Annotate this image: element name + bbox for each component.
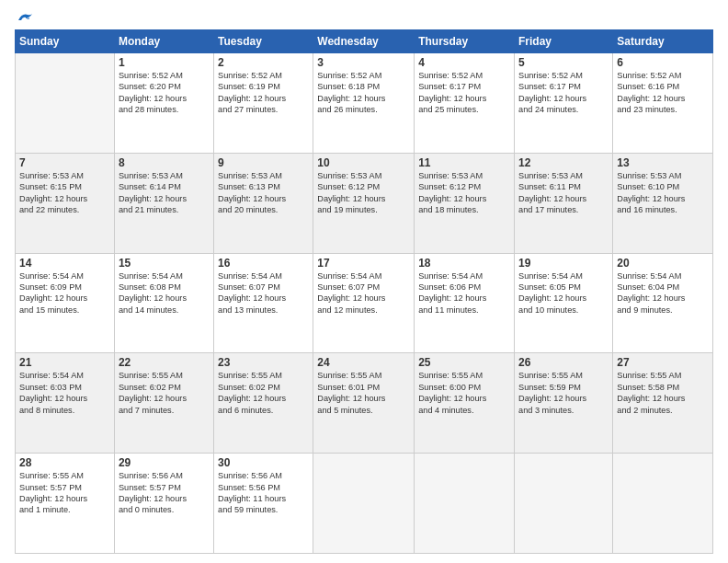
- day-info: Sunrise: 5:53 AMSunset: 6:11 PMDaylight:…: [518, 170, 609, 216]
- day-number: 5: [518, 56, 609, 69]
- calendar-cell: 8Sunrise: 5:53 AMSunset: 6:14 PMDaylight…: [114, 153, 213, 253]
- day-number: 11: [418, 156, 510, 169]
- day-info: Sunrise: 5:53 AMSunset: 6:15 PMDaylight:…: [19, 170, 110, 216]
- day-info: Sunrise: 5:52 AMSunset: 6:18 PMDaylight:…: [317, 70, 410, 116]
- day-number: 9: [218, 156, 309, 169]
- calendar-cell: 17Sunrise: 5:54 AMSunset: 6:07 PMDayligh…: [313, 253, 415, 353]
- calendar-cell: 27Sunrise: 5:55 AMSunset: 5:58 PMDayligh…: [613, 353, 713, 454]
- day-info: Sunrise: 5:52 AMSunset: 6:19 PMDaylight:…: [218, 70, 309, 116]
- calendar-cell: 21Sunrise: 5:54 AMSunset: 6:03 PMDayligh…: [16, 353, 115, 454]
- day-number: 12: [518, 156, 609, 169]
- calendar-cell: 7Sunrise: 5:53 AMSunset: 6:15 PMDaylight…: [16, 153, 115, 253]
- day-number: 25: [418, 356, 510, 369]
- day-info: Sunrise: 5:55 AMSunset: 5:57 PMDaylight:…: [19, 470, 110, 516]
- day-info: Sunrise: 5:54 AMSunset: 6:03 PMDaylight:…: [19, 370, 110, 416]
- calendar-cell: 1Sunrise: 5:52 AMSunset: 6:20 PMDaylight…: [114, 53, 213, 154]
- weekday-header-friday: Friday: [515, 30, 613, 53]
- weekday-header-tuesday: Tuesday: [214, 30, 313, 53]
- calendar-cell: 13Sunrise: 5:53 AMSunset: 6:10 PMDayligh…: [613, 153, 713, 253]
- day-info: Sunrise: 5:55 AMSunset: 6:02 PMDaylight:…: [218, 370, 309, 416]
- day-info: Sunrise: 5:52 AMSunset: 6:20 PMDaylight:…: [119, 70, 210, 116]
- day-number: 29: [119, 456, 210, 469]
- calendar-cell: 26Sunrise: 5:55 AMSunset: 5:59 PMDayligh…: [515, 353, 613, 454]
- calendar-cell: 28Sunrise: 5:55 AMSunset: 5:57 PMDayligh…: [16, 454, 115, 554]
- day-number: 8: [119, 156, 210, 169]
- day-info: Sunrise: 5:54 AMSunset: 6:09 PMDaylight:…: [19, 270, 110, 316]
- day-info: Sunrise: 5:53 AMSunset: 6:14 PMDaylight:…: [119, 170, 210, 216]
- weekday-header-sunday: Sunday: [16, 30, 115, 53]
- day-info: Sunrise: 5:54 AMSunset: 6:05 PMDaylight:…: [518, 270, 609, 316]
- page: SundayMondayTuesdayWednesdayThursdayFrid…: [0, 0, 728, 563]
- day-info: Sunrise: 5:53 AMSunset: 6:10 PMDaylight:…: [617, 170, 709, 216]
- calendar-cell: 12Sunrise: 5:53 AMSunset: 6:11 PMDayligh…: [515, 153, 613, 253]
- day-number: 27: [617, 356, 709, 369]
- day-info: Sunrise: 5:55 AMSunset: 6:02 PMDaylight:…: [119, 370, 210, 416]
- logo-text: [15, 11, 33, 24]
- calendar-cell: 11Sunrise: 5:53 AMSunset: 6:12 PMDayligh…: [415, 153, 515, 253]
- day-info: Sunrise: 5:54 AMSunset: 6:07 PMDaylight:…: [317, 270, 410, 316]
- day-info: Sunrise: 5:52 AMSunset: 6:17 PMDaylight:…: [518, 70, 609, 116]
- calendar-cell: 30Sunrise: 5:56 AMSunset: 5:56 PMDayligh…: [214, 454, 313, 554]
- day-number: 4: [418, 56, 510, 69]
- day-number: 17: [317, 257, 410, 270]
- day-number: 6: [617, 56, 709, 69]
- day-number: 24: [317, 356, 410, 369]
- calendar-table: SundayMondayTuesdayWednesdayThursdayFrid…: [15, 29, 713, 554]
- calendar-cell: [415, 454, 515, 554]
- day-info: Sunrise: 5:52 AMSunset: 6:17 PMDaylight:…: [418, 70, 510, 116]
- calendar-cell: 15Sunrise: 5:54 AMSunset: 6:08 PMDayligh…: [114, 253, 213, 353]
- day-number: 21: [19, 356, 110, 369]
- day-number: 19: [518, 257, 609, 270]
- calendar-cell: 22Sunrise: 5:55 AMSunset: 6:02 PMDayligh…: [114, 353, 213, 454]
- day-number: 16: [218, 257, 309, 270]
- day-number: 23: [218, 356, 309, 369]
- calendar-cell: 19Sunrise: 5:54 AMSunset: 6:05 PMDayligh…: [515, 253, 613, 353]
- calendar-week-row: 28Sunrise: 5:55 AMSunset: 5:57 PMDayligh…: [16, 454, 713, 554]
- header: [15, 9, 713, 24]
- calendar-cell: 18Sunrise: 5:54 AMSunset: 6:06 PMDayligh…: [415, 253, 515, 353]
- calendar-week-row: 7Sunrise: 5:53 AMSunset: 6:15 PMDaylight…: [16, 153, 713, 253]
- day-number: 2: [218, 56, 309, 69]
- calendar-header-row: SundayMondayTuesdayWednesdayThursdayFrid…: [16, 30, 713, 53]
- day-info: Sunrise: 5:53 AMSunset: 6:12 PMDaylight:…: [317, 170, 410, 216]
- calendar-cell: 4Sunrise: 5:52 AMSunset: 6:17 PMDaylight…: [415, 53, 515, 154]
- day-info: Sunrise: 5:52 AMSunset: 6:16 PMDaylight:…: [617, 70, 709, 116]
- calendar-cell: [313, 454, 415, 554]
- calendar-cell: 23Sunrise: 5:55 AMSunset: 6:02 PMDayligh…: [214, 353, 313, 454]
- calendar-cell: [515, 454, 613, 554]
- day-number: 10: [317, 156, 410, 169]
- calendar-cell: 20Sunrise: 5:54 AMSunset: 6:04 PMDayligh…: [613, 253, 713, 353]
- calendar-cell: 25Sunrise: 5:55 AMSunset: 6:00 PMDayligh…: [415, 353, 515, 454]
- day-number: 7: [19, 156, 110, 169]
- day-number: 3: [317, 56, 410, 69]
- calendar-cell: 2Sunrise: 5:52 AMSunset: 6:19 PMDaylight…: [214, 53, 313, 154]
- logo: [15, 11, 33, 24]
- weekday-header-saturday: Saturday: [613, 30, 713, 53]
- day-info: Sunrise: 5:54 AMSunset: 6:04 PMDaylight:…: [617, 270, 709, 316]
- day-number: 14: [19, 257, 110, 270]
- day-info: Sunrise: 5:55 AMSunset: 5:58 PMDaylight:…: [617, 370, 709, 416]
- day-number: 22: [119, 356, 210, 369]
- day-info: Sunrise: 5:54 AMSunset: 6:07 PMDaylight:…: [218, 270, 309, 316]
- day-number: 26: [518, 356, 609, 369]
- day-info: Sunrise: 5:55 AMSunset: 6:01 PMDaylight:…: [317, 370, 410, 416]
- calendar-cell: 29Sunrise: 5:56 AMSunset: 5:57 PMDayligh…: [114, 454, 213, 554]
- day-info: Sunrise: 5:54 AMSunset: 6:08 PMDaylight:…: [119, 270, 210, 316]
- day-info: Sunrise: 5:53 AMSunset: 6:12 PMDaylight:…: [418, 170, 510, 216]
- day-info: Sunrise: 5:55 AMSunset: 5:59 PMDaylight:…: [518, 370, 609, 416]
- day-info: Sunrise: 5:56 AMSunset: 5:56 PMDaylight:…: [218, 470, 309, 516]
- calendar-cell: [16, 53, 115, 154]
- calendar-cell: 3Sunrise: 5:52 AMSunset: 6:18 PMDaylight…: [313, 53, 415, 154]
- day-info: Sunrise: 5:54 AMSunset: 6:06 PMDaylight:…: [418, 270, 510, 316]
- day-number: 18: [418, 257, 510, 270]
- day-number: 30: [218, 456, 309, 469]
- calendar-cell: 14Sunrise: 5:54 AMSunset: 6:09 PMDayligh…: [16, 253, 115, 353]
- day-info: Sunrise: 5:53 AMSunset: 6:13 PMDaylight:…: [218, 170, 309, 216]
- calendar-cell: 9Sunrise: 5:53 AMSunset: 6:13 PMDaylight…: [214, 153, 313, 253]
- day-info: Sunrise: 5:56 AMSunset: 5:57 PMDaylight:…: [119, 470, 210, 516]
- calendar-cell: 6Sunrise: 5:52 AMSunset: 6:16 PMDaylight…: [613, 53, 713, 154]
- calendar-week-row: 21Sunrise: 5:54 AMSunset: 6:03 PMDayligh…: [16, 353, 713, 454]
- day-number: 15: [119, 257, 210, 270]
- day-number: 28: [19, 456, 110, 469]
- weekday-header-wednesday: Wednesday: [313, 30, 415, 53]
